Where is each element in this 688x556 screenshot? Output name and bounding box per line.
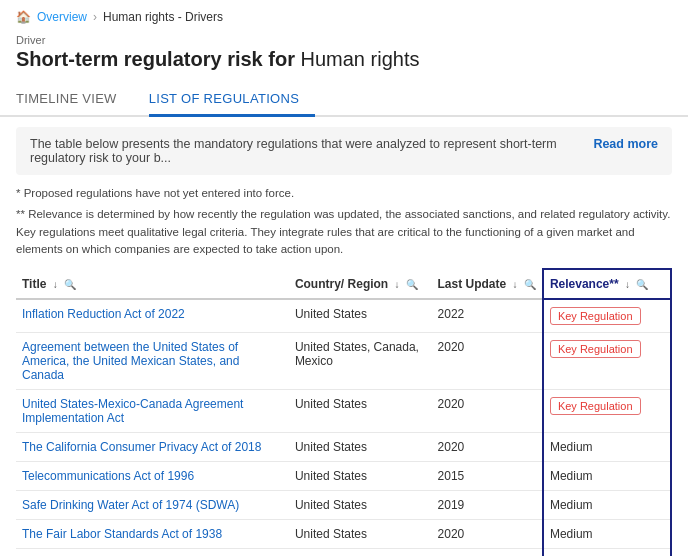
col-header-relevance[interactable]: Relevance** ↓ 🔍 [543,269,671,299]
table-row: Telecommunications Act of 1996United Sta… [16,462,671,491]
table-row: United States-Mexico-Canada Agreement Im… [16,390,671,433]
page-title: Short-term regulatory risk for Human rig… [16,48,672,71]
breadcrumb-separator: › [93,10,97,24]
driver-label: Driver [16,34,672,46]
cell-title: The Fair Labor Standards Act of 1938 [16,520,289,549]
table-row: The California Consumer Privacy Act of 2… [16,433,671,462]
cell-relevance: Key Regulation [543,299,671,333]
cell-country: United States [289,462,432,491]
cell-last-update: 2020 [432,433,543,462]
cell-relevance: Medium [543,462,671,491]
title-search-icon[interactable]: 🔍 [64,279,76,290]
footnotes: * Proposed regulations have not yet ente… [0,185,688,268]
cell-last-update: 2022 [432,299,543,333]
cell-country: United States [289,549,432,557]
cell-last-update: 2021 [432,549,543,557]
regulation-link[interactable]: Safe Drinking Water Act of 1974 (SDWA) [22,498,239,512]
cell-country: United States [289,491,432,520]
cell-country: United States [289,390,432,433]
regulation-link[interactable]: Agreement between the United States of A… [22,340,239,382]
tabs-container: TIMELINE VIEW LIST OF REGULATIONS [0,83,688,117]
banner-text: The table below presents the mandatory r… [30,137,585,165]
table-row: Safe Drinking Water Act of 1974 (SDWA)Un… [16,491,671,520]
title-sort-icon: ↓ [53,279,58,290]
breadcrumb-current: Human rights - Drivers [103,10,223,24]
cell-title: Telecommunications Act of 1996 [16,462,289,491]
cell-country: United States [289,520,432,549]
col-header-title[interactable]: Title ↓ 🔍 [16,269,289,299]
regulation-link[interactable]: The California Consumer Privacy Act of 2… [22,440,261,454]
cell-last-update: 2019 [432,491,543,520]
regulation-link[interactable]: The Fair Labor Standards Act of 1938 [22,527,222,541]
cell-country: United States [289,299,432,333]
read-more-link[interactable]: Read more [593,137,658,151]
table-row: The Fair Labor Standards Act of 1938Unit… [16,520,671,549]
relevance-sort-icon: ↓ [625,279,630,290]
country-sort-icon: ↓ [395,279,400,290]
cell-relevance: Medium [543,491,671,520]
table-row: Inflation Reduction Act of 2022United St… [16,299,671,333]
cell-last-update: 2020 [432,520,543,549]
update-sort-icon: ↓ [513,279,518,290]
tab-list-of-regulations[interactable]: LIST OF REGULATIONS [149,83,315,117]
relevance-search-icon[interactable]: 🔍 [636,279,648,290]
table-row: Agreement between the United States of A… [16,333,671,390]
country-search-icon[interactable]: 🔍 [406,279,418,290]
regulation-link[interactable]: Inflation Reduction Act of 2022 [22,307,185,321]
info-banner: The table below presents the mandatory r… [16,127,672,175]
cell-country: United States [289,433,432,462]
home-icon: 🏠 [16,10,31,24]
cell-last-update: 2020 [432,390,543,433]
regulations-table: Title ↓ 🔍 Country/ Region ↓ 🔍 Last Updat… [16,268,672,556]
col-header-last-update[interactable]: Last Update ↓ 🔍 [432,269,543,299]
update-search-icon[interactable]: 🔍 [524,279,536,290]
table-header-row: Title ↓ 🔍 Country/ Region ↓ 🔍 Last Updat… [16,269,671,299]
cell-title: Agreement between the United States of A… [16,333,289,390]
regulation-link[interactable]: Telecommunications Act of 1996 [22,469,194,483]
cell-relevance: Medium [543,549,671,557]
tab-timeline[interactable]: TIMELINE VIEW [16,83,133,117]
regulation-link[interactable]: United States-Mexico-Canada Agreement Im… [22,397,243,425]
cell-title: United States-Mexico-Canada Agreement Im… [16,390,289,433]
table-row: An Act Creating a Respectful and Open Wo… [16,549,671,557]
cell-title: An Act Creating a Respectful and Open Wo… [16,549,289,557]
cell-title: The California Consumer Privacy Act of 2… [16,433,289,462]
key-regulation-badge: Key Regulation [550,307,641,325]
cell-last-update: 2015 [432,462,543,491]
footnote-2: ** Relevance is determined by how recent… [16,206,672,258]
col-header-country[interactable]: Country/ Region ↓ 🔍 [289,269,432,299]
cell-country: United States, Canada, Mexico [289,333,432,390]
cell-last-update: 2020 [432,333,543,390]
footnote-1: * Proposed regulations have not yet ente… [16,185,672,202]
cell-title: Inflation Reduction Act of 2022 [16,299,289,333]
cell-relevance: Medium [543,520,671,549]
cell-title: Safe Drinking Water Act of 1974 (SDWA) [16,491,289,520]
cell-relevance: Key Regulation [543,390,671,433]
page-header: Driver Short-term regulatory risk for Hu… [0,30,688,83]
key-regulation-badge: Key Regulation [550,397,641,415]
regulations-table-container: Title ↓ 🔍 Country/ Region ↓ 🔍 Last Updat… [0,268,688,556]
key-regulation-badge: Key Regulation [550,340,641,358]
cell-relevance: Key Regulation [543,333,671,390]
cell-relevance: Medium [543,433,671,462]
breadcrumb: 🏠 Overview › Human rights - Drivers [0,0,688,30]
breadcrumb-home[interactable]: Overview [37,10,87,24]
